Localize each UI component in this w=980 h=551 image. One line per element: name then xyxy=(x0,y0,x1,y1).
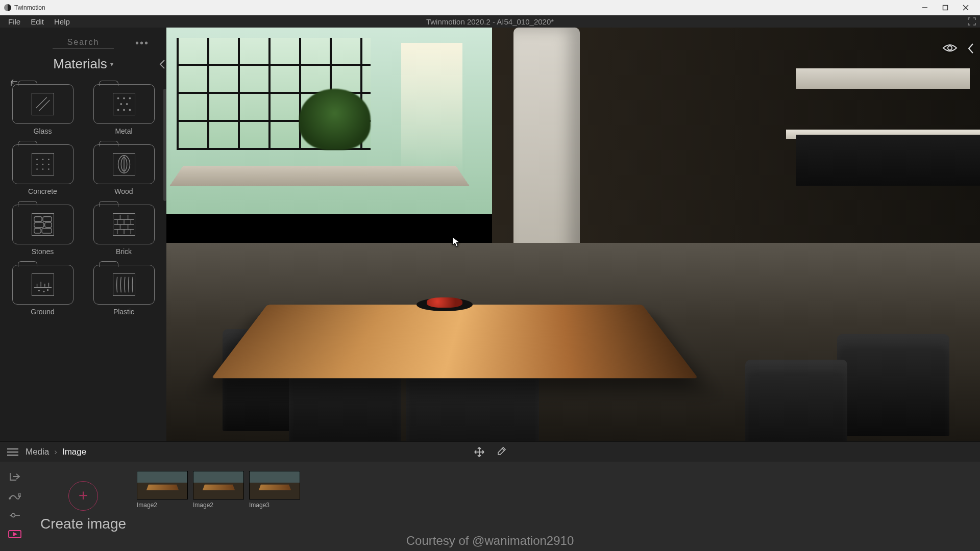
svg-point-7 xyxy=(120,103,122,105)
menu-file[interactable]: File xyxy=(3,15,26,28)
path-icon xyxy=(9,492,21,500)
folder-glass[interactable]: Glass xyxy=(7,84,78,135)
breadcrumb-root[interactable]: Media xyxy=(26,447,49,457)
minimize-icon xyxy=(922,5,928,11)
slider-icon xyxy=(9,512,21,519)
thumbnail-item[interactable]: Image2 xyxy=(137,471,188,551)
svg-point-17 xyxy=(48,164,50,165)
svg-point-18 xyxy=(36,168,38,170)
menu-icon xyxy=(7,448,18,456)
svg-point-14 xyxy=(48,159,50,160)
main-area: ••• Materials ▾ Glass xyxy=(0,28,980,441)
move-tool-button[interactable] xyxy=(474,446,485,458)
folder-label: Ground xyxy=(31,308,55,316)
folder-label: Metal xyxy=(115,127,132,135)
folder-icon xyxy=(93,84,155,124)
svg-rect-25 xyxy=(43,217,52,222)
folder-stones[interactable]: Stones xyxy=(7,205,78,256)
cursor-icon xyxy=(452,237,460,247)
move-icon xyxy=(474,446,485,458)
thumbnail-preview xyxy=(137,471,188,499)
svg-point-15 xyxy=(36,164,38,165)
app-name: Twinmotion xyxy=(14,4,45,11)
fullscreen-toggle-button[interactable] xyxy=(968,17,976,26)
folder-concrete[interactable]: Concrete xyxy=(7,144,78,195)
svg-rect-24 xyxy=(34,217,41,222)
svg-point-4 xyxy=(117,97,119,99)
wood-swatch-icon xyxy=(113,153,135,176)
create-image-button[interactable]: + xyxy=(68,481,98,511)
folder-plastic[interactable]: Plastic xyxy=(88,265,159,316)
close-icon xyxy=(963,5,969,11)
viewport-visibility-button[interactable] xyxy=(942,43,958,54)
svg-point-48 xyxy=(38,290,39,291)
library-panel: ••• Materials ▾ Glass xyxy=(0,28,166,441)
os-titlebar: Twinmotion xyxy=(0,0,980,15)
folder-ground[interactable]: Ground xyxy=(7,265,78,316)
plus-icon: + xyxy=(79,486,88,505)
svg-point-16 xyxy=(42,164,43,165)
svg-point-8 xyxy=(126,103,128,105)
dock-import-button[interactable] xyxy=(9,472,20,481)
library-category-label: Materials xyxy=(53,56,107,72)
thumbnail-label: Image2 xyxy=(193,502,244,509)
svg-point-19 xyxy=(42,168,43,170)
window-minimize-button[interactable] xyxy=(915,0,935,15)
folder-wood[interactable]: Wood xyxy=(88,144,159,195)
svg-point-50 xyxy=(47,290,48,291)
library-category-dropdown[interactable]: Materials ▾ xyxy=(6,56,160,72)
viewport[interactable] xyxy=(166,28,980,441)
menubar: File Edit Help Twinmotion 2020.2 - AI54_… xyxy=(0,15,980,28)
svg-point-61 xyxy=(12,514,15,517)
thumbnail-item[interactable]: Image3 xyxy=(249,471,300,551)
eyedropper-icon xyxy=(496,446,506,457)
window-close-button[interactable] xyxy=(955,0,976,15)
svg-rect-29 xyxy=(42,229,52,234)
brick-swatch-icon xyxy=(113,213,135,236)
svg-point-58 xyxy=(9,497,11,499)
chevron-left-icon xyxy=(967,43,975,54)
svg-rect-28 xyxy=(34,229,40,234)
folder-label: Stones xyxy=(32,247,54,256)
folder-metal[interactable]: Metal xyxy=(88,84,159,135)
fullscreen-icon xyxy=(968,17,976,26)
svg-point-11 xyxy=(129,109,131,111)
svg-point-20 xyxy=(48,168,50,170)
bottom-panel: Media › Image xyxy=(0,441,980,551)
breadcrumb: Media › Image xyxy=(26,447,86,457)
folder-icon xyxy=(12,84,74,124)
concrete-swatch-icon xyxy=(32,153,54,176)
svg-rect-26 xyxy=(34,222,43,228)
dock-media-button[interactable] xyxy=(8,530,21,538)
dock-path-button[interactable] xyxy=(9,492,21,500)
eyedropper-tool-button[interactable] xyxy=(496,446,506,458)
svg-point-51 xyxy=(948,46,952,50)
svg-rect-27 xyxy=(44,222,51,228)
library-search-field[interactable] xyxy=(53,38,114,48)
svg-point-5 xyxy=(123,97,125,99)
viewport-scene xyxy=(166,28,980,441)
window-maximize-button[interactable] xyxy=(935,0,955,15)
bottom-menu-button[interactable] xyxy=(7,448,18,456)
thumbnail-preview xyxy=(193,471,244,499)
eye-icon xyxy=(942,43,958,53)
chevron-down-icon: ▾ xyxy=(110,61,113,68)
search-input[interactable] xyxy=(53,38,114,47)
thumbnail-item[interactable]: Image2 xyxy=(193,471,244,551)
thumbnail-label: Image3 xyxy=(249,502,300,509)
bottom-dock xyxy=(0,462,30,551)
svg-point-12 xyxy=(36,159,38,160)
courtesy-caption: Courtesy of @wanimation2910 xyxy=(406,534,574,548)
bottom-toolbar: Media › Image xyxy=(0,441,980,462)
menu-help[interactable]: Help xyxy=(49,15,75,28)
folder-label: Plastic xyxy=(113,308,134,316)
ground-swatch-icon xyxy=(32,273,54,296)
library-more-button[interactable]: ••• xyxy=(135,37,149,49)
dock-settings-button[interactable] xyxy=(9,512,21,519)
viewport-panel-toggle-button[interactable] xyxy=(967,43,975,54)
create-image-block[interactable]: + Create image xyxy=(30,462,137,551)
folder-brick[interactable]: Brick xyxy=(88,205,159,256)
menu-edit[interactable]: Edit xyxy=(26,15,49,28)
folder-label: Brick xyxy=(116,247,132,256)
create-image-label: Create image xyxy=(40,516,126,532)
